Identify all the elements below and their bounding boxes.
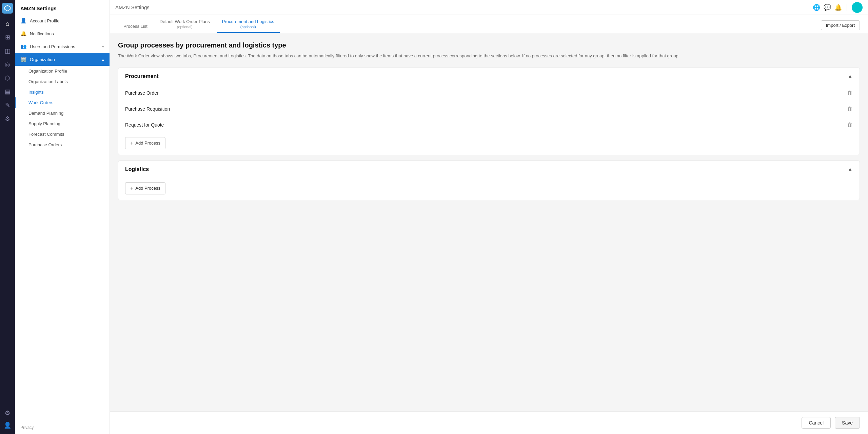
sidebar-subitem-purchase-orders[interactable]: Purchase Orders — [15, 139, 110, 150]
bell-icon[interactable]: 🔔 — [834, 4, 842, 11]
sidebar-item-organization[interactable]: 🏢 Organization ▴ — [15, 53, 110, 66]
users-icon: 👥 — [20, 43, 26, 50]
process-row-purchase-requisition: Purchase Requisition 🗑 — [118, 101, 860, 117]
chat-icon[interactable]: 💬 — [824, 4, 831, 11]
sidebar-header: AMZN Settings — [15, 0, 110, 14]
logistics-title: Logistics — [125, 166, 149, 172]
tab-default-work-order-plans[interactable]: Default Work Order Plans (optional) — [154, 15, 215, 33]
account-profile-icon: 👤 — [20, 18, 26, 24]
notifications-icon: 🔔 — [20, 31, 26, 37]
sidebar-subitem-work-orders[interactable]: Work Orders — [15, 97, 110, 108]
sidebar: AMZN Settings 👤 Account Profile 🔔 Notifi… — [15, 0, 110, 434]
delete-purchase-order-button[interactable]: 🗑 — [847, 90, 853, 96]
user-bottom-icon[interactable]: 👤 — [1, 419, 14, 431]
process-row-purchase-order: Purchase Order 🗑 — [118, 85, 860, 101]
sidebar-subitem-insights[interactable]: Insights — [15, 87, 110, 97]
add-process-procurement-button[interactable]: + Add Process — [125, 137, 165, 149]
tag-icon[interactable]: ⬡ — [1, 72, 14, 84]
logistics-header: Logistics ▲ — [118, 161, 860, 178]
sidebar-item-label: Users and Permissions — [30, 44, 99, 49]
cancel-button[interactable]: Cancel — [802, 417, 831, 429]
sidebar-item-account-profile[interactable]: 👤 Account Profile — [15, 14, 110, 27]
plus-icon: + — [130, 185, 133, 191]
tabs-right: Import / Export — [821, 18, 860, 33]
procurement-section: Procurement ▲ Purchase Order 🗑 Purchase … — [118, 68, 860, 155]
gear-bottom-icon[interactable]: ⚙ — [1, 407, 14, 419]
sidebar-subitem-forecast-commits[interactable]: Forecast Commits — [15, 129, 110, 139]
organization-icon: 🏢 — [20, 56, 26, 62]
chevron-down-icon: ▾ — [102, 44, 104, 49]
process-row-request-for-quote: Request for Quote 🗑 — [118, 117, 860, 133]
logistics-toggle-icon[interactable]: ▲ — [847, 166, 853, 172]
sidebar-subitem-supply-planning[interactable]: Supply Planning — [15, 118, 110, 129]
icon-rail: ⌂ ⊞ ◫ ◎ ⬡ ▤ ✎ ⚙ ⚙ 👤 — [0, 0, 15, 434]
content-area: Process List Default Work Order Plans (o… — [110, 15, 868, 411]
document-icon[interactable]: ▤ — [1, 86, 14, 98]
logistics-section: Logistics ▲ + Add Process — [118, 161, 860, 200]
delete-purchase-requisition-button[interactable]: 🗑 — [847, 106, 853, 112]
svg-marker-0 — [5, 5, 11, 11]
sidebar-footer-privacy[interactable]: Privacy — [15, 421, 110, 434]
page-title: Group processes by procurement and logis… — [118, 41, 860, 49]
globe-icon[interactable]: 🌐 — [813, 4, 820, 11]
add-process-label: Add Process — [135, 140, 160, 146]
sidebar-subitem-demand-planning[interactable]: Demand Planning — [15, 108, 110, 118]
add-process-logistics-button[interactable]: + Add Process — [125, 182, 165, 194]
main-area: AMZN Settings 🌐 💬 🔔 Process List Default… — [110, 0, 868, 434]
procurement-header: Procurement ▲ — [118, 68, 860, 85]
chart-icon[interactable]: ◫ — [1, 45, 14, 57]
save-button[interactable]: Save — [835, 417, 860, 429]
grid-icon[interactable]: ⊞ — [1, 31, 14, 43]
process-name: Purchase Requisition — [125, 106, 170, 112]
tab-procurement-logistics[interactable]: Procurement and Logistics (optional) — [217, 15, 280, 33]
chevron-up-icon: ▴ — [102, 57, 104, 62]
topbar: AMZN Settings 🌐 💬 🔔 — [110, 0, 868, 15]
page-description: The Work Order view shows two tabs, Proc… — [118, 53, 860, 59]
sidebar-subitem-organization-labels[interactable]: Organization Labels — [15, 76, 110, 87]
sidebar-item-label: Organization — [30, 57, 99, 62]
pencil-icon[interactable]: ✎ — [1, 99, 14, 111]
procurement-title: Procurement — [125, 73, 159, 79]
process-name: Purchase Order — [125, 90, 159, 96]
sidebar-item-notifications[interactable]: 🔔 Notifications — [15, 27, 110, 40]
app-subtitle: Settings — [37, 5, 57, 11]
app-logo[interactable] — [2, 3, 13, 14]
content-body: Group processes by procurement and logis… — [110, 33, 868, 214]
sidebar-item-label: Notifications — [30, 31, 104, 36]
sidebar-item-users-permissions[interactable]: 👥 Users and Permissions ▾ — [15, 40, 110, 53]
tab-process-list[interactable]: Process List — [118, 20, 153, 33]
sidebar-subitem-organization-profile[interactable]: Organization Profile — [15, 66, 110, 76]
procurement-toggle-icon[interactable]: ▲ — [847, 73, 853, 79]
app-title: AMZN — [20, 5, 35, 11]
process-name: Request for Quote — [125, 122, 164, 128]
sidebar-item-label: Account Profile — [30, 18, 104, 23]
user-avatar[interactable] — [852, 2, 863, 13]
topbar-divider — [847, 4, 847, 11]
delete-request-for-quote-button[interactable]: 🗑 — [847, 122, 853, 128]
content-footer: Cancel Save — [110, 411, 868, 434]
plus-icon: + — [130, 140, 133, 146]
add-process-label: Add Process — [135, 186, 160, 191]
home-icon[interactable]: ⌂ — [1, 18, 14, 30]
settings-icon[interactable]: ⚙ — [1, 113, 14, 125]
topbar-title: AMZN Settings — [115, 4, 809, 10]
topbar-icons: 🌐 💬 🔔 — [813, 2, 863, 13]
import-export-button[interactable]: Import / Export — [821, 20, 860, 30]
location-icon[interactable]: ◎ — [1, 58, 14, 71]
tabs-bar: Process List Default Work Order Plans (o… — [110, 15, 868, 33]
